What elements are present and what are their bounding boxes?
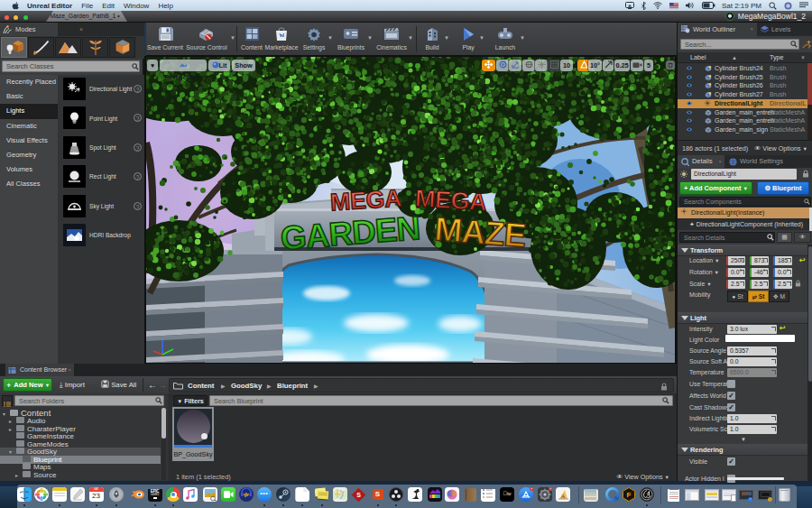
svg-text:F: F (626, 491, 631, 499)
svg-text:MAZE: MAZE (433, 210, 527, 254)
svg-text:A: A (560, 493, 565, 500)
